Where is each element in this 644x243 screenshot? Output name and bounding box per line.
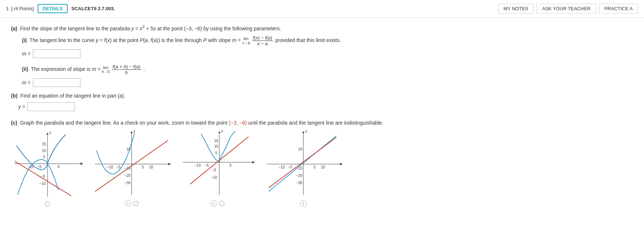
svg-text:15: 15 <box>214 139 219 143</box>
graphs-row: x y 15 10 5 −5 −10 −10 −5 5 <box>11 129 633 207</box>
svg-text:−30: −30 <box>296 181 302 185</box>
graph-1-radio[interactable] <box>45 202 50 207</box>
sub-part-i: (i) The tangent line to the curve y = f(… <box>22 35 633 58</box>
points-label: 1. [-/4 Points] <box>6 6 34 11</box>
graph-2-svg: x y 10 −10 −20 −30 −10 −5 5 10 <box>91 129 172 197</box>
sub-part-ii-label: (ii) The expression of slope is m = lim … <box>22 64 633 75</box>
details-button[interactable]: DETAILS <box>38 4 68 13</box>
svg-text:y: y <box>221 129 223 133</box>
graph-3-container: x y 15 10 5 −5 −10 −10 −5 5 <box>179 129 256 207</box>
ask-teacher-button[interactable]: ASK YOUR TEACHER <box>537 4 596 14</box>
svg-line-59 <box>269 136 336 191</box>
svg-text:5: 5 <box>43 155 45 159</box>
practice-button[interactable]: PRACTICE A <box>599 4 638 14</box>
sub-part-ii-text: The expression of slope is m = lim h→0 f… <box>31 66 145 72</box>
part-b-label: (b) Find an equation of the tangent line… <box>11 93 633 99</box>
svg-line-60 <box>269 137 336 188</box>
svg-text:y: y <box>305 129 307 133</box>
svg-line-14 <box>15 161 71 196</box>
sub-part-ii: (ii) The expression of slope is m = lim … <box>22 64 633 87</box>
svg-text:x: x <box>169 162 171 166</box>
sub-part-i-input-row: m = <box>22 49 633 58</box>
problem-id: SCALCET9 2.7.003. <box>71 6 115 11</box>
svg-text:10: 10 <box>149 165 154 169</box>
graph-4-info[interactable]: i <box>300 200 307 207</box>
header-bar: 1. [-/4 Points] DETAILS SCALCET9 2.7.003… <box>0 0 644 18</box>
svg-marker-3 <box>46 133 49 134</box>
m-input-ii[interactable] <box>33 78 80 87</box>
svg-text:10: 10 <box>321 165 325 169</box>
graph-1-radio-row <box>45 202 50 207</box>
svg-text:−5: −5 <box>205 163 209 167</box>
graph-3-wrapper: x y 15 10 5 −5 −10 −10 −5 5 <box>179 129 256 198</box>
svg-text:−5: −5 <box>116 165 121 169</box>
svg-text:10: 10 <box>298 147 303 151</box>
graph-3-info[interactable]: i <box>211 200 217 207</box>
m-input-i[interactable] <box>33 49 80 58</box>
header-right: MY NOTES ASK YOUR TEACHER PRACTICE A <box>498 4 638 14</box>
svg-text:y: y <box>49 131 51 134</box>
part-a-label: (a) Find the slope of the tangent line t… <box>11 24 633 31</box>
svg-text:−5: −5 <box>37 165 42 169</box>
graph-4-container: x y 10 −10 −20 −30 −10 −5 5 10 <box>263 129 344 207</box>
sub-part-i-label: (i) The tangent line to the curve y = f(… <box>22 35 633 46</box>
svg-text:x: x <box>81 162 83 166</box>
graph-2-radio[interactable] <box>133 201 139 206</box>
svg-text:−30: −30 <box>124 181 130 185</box>
part-b-text: Find an equation of the tangent line in … <box>20 93 125 99</box>
graph-1-container: x y 15 10 5 −5 −10 −10 −5 5 <box>11 131 84 207</box>
graph-4-wrapper: x y 10 −10 −20 −30 −10 −5 5 10 <box>263 129 344 198</box>
graph-3-radio[interactable] <box>219 201 224 206</box>
svg-text:5: 5 <box>215 151 217 155</box>
graph-2-info[interactable]: i <box>125 200 131 207</box>
graph-1-svg: x y 15 10 5 −5 −10 −10 −5 5 <box>11 131 84 198</box>
my-notes-button[interactable]: MY NOTES <box>498 4 534 14</box>
svg-text:y: y <box>133 129 135 133</box>
graph-2-wrapper: x y 10 −10 −20 −30 −10 −5 5 10 <box>91 129 172 198</box>
svg-text:−20: −20 <box>296 174 302 178</box>
svg-text:15: 15 <box>42 142 46 146</box>
m-label-i: m = <box>22 51 31 57</box>
svg-text:−10: −10 <box>211 175 217 179</box>
part-a-text: Find the slope of the tangent line to th… <box>20 26 281 31</box>
svg-text:x: x <box>253 160 255 164</box>
graph-2-container: x y 10 −10 −20 −30 −10 −5 5 10 <box>91 129 172 207</box>
sub-part-ii-input-row: m = <box>22 78 633 87</box>
part-c-label: (c) Graph the parabola and the tangent l… <box>11 120 633 126</box>
y-input[interactable] <box>27 102 75 111</box>
svg-text:−10: −10 <box>107 165 113 169</box>
graph-1-wrapper: x y 15 10 5 −5 −10 −10 −5 5 <box>11 131 84 200</box>
svg-text:10: 10 <box>42 149 46 153</box>
part-c: (c) Graph the parabola and the tangent l… <box>11 120 633 207</box>
svg-text:5: 5 <box>58 165 60 169</box>
main-content: (a) Find the slope of the tangent line t… <box>0 18 644 213</box>
sub-part-i-text: The tangent line to the curve y = f(x) a… <box>30 37 341 43</box>
graph-2-radio-row: i <box>125 200 139 207</box>
svg-marker-18 <box>130 131 133 133</box>
svg-text:5: 5 <box>314 165 316 169</box>
part-b: (b) Find an equation of the tangent line… <box>11 93 633 111</box>
svg-text:10: 10 <box>214 144 219 148</box>
svg-text:x: x <box>341 162 342 166</box>
part-c-text: Graph the parabola and the tangent line.… <box>20 120 383 126</box>
svg-text:5: 5 <box>230 163 232 167</box>
svg-text:−20: −20 <box>124 174 130 178</box>
svg-text:−5: −5 <box>288 165 292 169</box>
graph-4-svg: x y 10 −10 −20 −30 −10 −5 5 10 <box>263 129 344 197</box>
graph-3-svg: x y 15 10 5 −5 −10 −10 −5 5 <box>179 129 256 197</box>
svg-text:−10: −10 <box>194 163 201 167</box>
svg-text:−10: −10 <box>279 165 285 169</box>
part-b-input-row: y = <box>18 102 633 111</box>
svg-marker-48 <box>302 131 304 133</box>
header-left: 1. [-/4 Points] DETAILS SCALCET9 2.7.003… <box>6 4 115 13</box>
svg-text:5: 5 <box>142 165 144 169</box>
svg-text:−5: −5 <box>212 168 216 172</box>
svg-marker-33 <box>218 131 220 133</box>
m-label-ii: m = <box>22 80 31 86</box>
graph-3-radio-row: i <box>211 200 224 207</box>
graph-4-radio-row: i <box>300 200 307 207</box>
y-label: y = <box>18 104 25 110</box>
svg-text:−10: −10 <box>39 182 46 186</box>
